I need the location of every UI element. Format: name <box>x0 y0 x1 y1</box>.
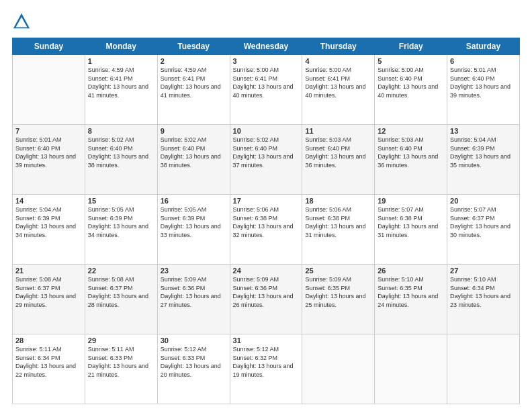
calendar-cell: 14Sunrise: 5:04 AMSunset: 6:39 PMDayligh… <box>13 195 85 265</box>
day-info: Sunrise: 5:10 AMSunset: 6:35 PMDaylight:… <box>378 275 444 309</box>
calendar-cell: 7Sunrise: 5:01 AMSunset: 6:40 PMDaylight… <box>13 125 85 195</box>
day-number: 9 <box>161 127 227 135</box>
day-number: 19 <box>378 197 444 205</box>
day-number: 29 <box>88 336 154 345</box>
day-number: 8 <box>88 127 154 135</box>
calendar-cell: 11Sunrise: 5:03 AMSunset: 6:40 PMDayligh… <box>302 125 375 195</box>
calendar-cell: 26Sunrise: 5:10 AMSunset: 6:35 PMDayligh… <box>375 265 447 334</box>
day-info: Sunrise: 5:04 AMSunset: 6:39 PMDaylight:… <box>450 136 517 169</box>
calendar-cell: 30Sunrise: 5:12 AMSunset: 6:33 PMDayligh… <box>157 334 230 404</box>
day-number: 18 <box>305 197 371 205</box>
calendar-cell: 12Sunrise: 5:03 AMSunset: 6:40 PMDayligh… <box>375 125 447 195</box>
calendar-table: SundayMondayTuesdayWednesdayThursdayFrid… <box>12 38 520 404</box>
calendar-cell: 8Sunrise: 5:02 AMSunset: 6:40 PMDaylight… <box>85 125 157 195</box>
day-number: 16 <box>161 197 227 205</box>
calendar-cell: 10Sunrise: 5:02 AMSunset: 6:40 PMDayligh… <box>230 125 302 195</box>
day-number: 25 <box>305 267 371 275</box>
day-info: Sunrise: 5:11 AMSunset: 6:34 PMDaylight:… <box>15 345 82 379</box>
calendar-cell: 5Sunrise: 5:00 AMSunset: 6:40 PMDaylight… <box>375 55 447 125</box>
day-number: 10 <box>233 127 300 135</box>
day-number: 17 <box>233 197 300 205</box>
calendar-cell <box>447 334 520 404</box>
calendar-cell <box>375 334 447 404</box>
page: SundayMondayTuesdayWednesdayThursdayFrid… <box>0 0 532 411</box>
day-info: Sunrise: 5:11 AMSunset: 6:33 PMDaylight:… <box>88 345 154 379</box>
day-number: 7 <box>15 127 82 135</box>
calendar-cell: 2Sunrise: 4:59 AMSunset: 6:41 PMDaylight… <box>157 55 230 125</box>
day-number: 2 <box>161 57 227 65</box>
calendar-cell: 20Sunrise: 5:07 AMSunset: 6:37 PMDayligh… <box>447 195 520 265</box>
day-number: 4 <box>305 57 371 65</box>
calendar-cell: 15Sunrise: 5:05 AMSunset: 6:39 PMDayligh… <box>85 195 157 265</box>
day-number: 1 <box>88 57 154 65</box>
calendar-header-sunday: Sunday <box>13 38 85 55</box>
calendar-cell: 3Sunrise: 5:00 AMSunset: 6:41 PMDaylight… <box>230 55 302 125</box>
calendar-cell: 29Sunrise: 5:11 AMSunset: 6:33 PMDayligh… <box>85 334 157 404</box>
day-info: Sunrise: 5:09 AMSunset: 6:36 PMDaylight:… <box>161 275 227 309</box>
day-info: Sunrise: 5:00 AMSunset: 6:41 PMDaylight:… <box>305 66 371 99</box>
calendar-cell: 17Sunrise: 5:06 AMSunset: 6:38 PMDayligh… <box>230 195 302 265</box>
calendar-cell: 22Sunrise: 5:08 AMSunset: 6:37 PMDayligh… <box>85 265 157 334</box>
day-number: 12 <box>378 127 444 135</box>
calendar-cell: 13Sunrise: 5:04 AMSunset: 6:39 PMDayligh… <box>447 125 520 195</box>
day-info: Sunrise: 5:07 AMSunset: 6:37 PMDaylight:… <box>450 205 517 239</box>
calendar-header-wednesday: Wednesday <box>230 38 302 55</box>
day-info: Sunrise: 4:59 AMSunset: 6:41 PMDaylight:… <box>161 66 227 99</box>
day-info: Sunrise: 5:09 AMSunset: 6:35 PMDaylight:… <box>305 275 371 309</box>
day-info: Sunrise: 5:12 AMSunset: 6:32 PMDaylight:… <box>233 345 300 379</box>
calendar-cell: 16Sunrise: 5:05 AMSunset: 6:39 PMDayligh… <box>157 195 230 265</box>
day-number: 14 <box>15 197 82 205</box>
calendar-week-row-3: 14Sunrise: 5:04 AMSunset: 6:39 PMDayligh… <box>13 195 520 265</box>
calendar-header-saturday: Saturday <box>447 38 520 55</box>
day-info: Sunrise: 5:03 AMSunset: 6:40 PMDaylight:… <box>378 136 444 169</box>
calendar-cell: 23Sunrise: 5:09 AMSunset: 6:36 PMDayligh… <box>157 265 230 334</box>
calendar-cell: 18Sunrise: 5:06 AMSunset: 6:38 PMDayligh… <box>302 195 375 265</box>
calendar-cell <box>302 334 375 404</box>
day-number: 26 <box>378 267 444 275</box>
calendar-week-row-2: 7Sunrise: 5:01 AMSunset: 6:40 PMDaylight… <box>13 125 520 195</box>
calendar-cell: 9Sunrise: 5:02 AMSunset: 6:40 PMDaylight… <box>157 125 230 195</box>
day-info: Sunrise: 5:02 AMSunset: 6:40 PMDaylight:… <box>88 136 154 169</box>
calendar-header-tuesday: Tuesday <box>157 38 230 55</box>
calendar-cell: 21Sunrise: 5:08 AMSunset: 6:37 PMDayligh… <box>13 265 85 334</box>
calendar-cell <box>13 55 85 125</box>
day-info: Sunrise: 5:06 AMSunset: 6:38 PMDaylight:… <box>305 205 371 239</box>
calendar-cell: 4Sunrise: 5:00 AMSunset: 6:41 PMDaylight… <box>302 55 375 125</box>
day-number: 6 <box>450 57 517 65</box>
day-number: 31 <box>233 336 300 345</box>
day-info: Sunrise: 5:10 AMSunset: 6:34 PMDaylight:… <box>450 275 517 309</box>
day-number: 5 <box>378 57 444 65</box>
calendar-week-row-1: 1Sunrise: 4:59 AMSunset: 6:41 PMDaylight… <box>13 55 520 125</box>
day-info: Sunrise: 5:08 AMSunset: 6:37 PMDaylight:… <box>15 275 82 309</box>
day-info: Sunrise: 5:09 AMSunset: 6:36 PMDaylight:… <box>233 275 300 309</box>
calendar-cell: 1Sunrise: 4:59 AMSunset: 6:41 PMDaylight… <box>85 55 157 125</box>
day-number: 23 <box>161 267 227 275</box>
day-info: Sunrise: 5:07 AMSunset: 6:38 PMDaylight:… <box>378 205 444 239</box>
calendar-header-thursday: Thursday <box>302 38 375 55</box>
calendar-cell: 28Sunrise: 5:11 AMSunset: 6:34 PMDayligh… <box>13 334 85 404</box>
day-number: 28 <box>15 336 82 345</box>
day-info: Sunrise: 5:06 AMSunset: 6:38 PMDaylight:… <box>233 205 300 239</box>
day-info: Sunrise: 5:02 AMSunset: 6:40 PMDaylight:… <box>161 136 227 169</box>
calendar-cell: 24Sunrise: 5:09 AMSunset: 6:36 PMDayligh… <box>230 265 302 334</box>
day-number: 15 <box>88 197 154 205</box>
day-number: 24 <box>233 267 300 275</box>
calendar-header-monday: Monday <box>85 38 157 55</box>
calendar-week-row-5: 28Sunrise: 5:11 AMSunset: 6:34 PMDayligh… <box>13 334 520 404</box>
day-info: Sunrise: 5:04 AMSunset: 6:39 PMDaylight:… <box>15 205 82 239</box>
day-info: Sunrise: 5:12 AMSunset: 6:33 PMDaylight:… <box>161 345 227 379</box>
header <box>12 12 520 31</box>
day-info: Sunrise: 5:05 AMSunset: 6:39 PMDaylight:… <box>88 205 154 239</box>
calendar-cell: 19Sunrise: 5:07 AMSunset: 6:38 PMDayligh… <box>375 195 447 265</box>
day-number: 13 <box>450 127 517 135</box>
calendar-week-row-4: 21Sunrise: 5:08 AMSunset: 6:37 PMDayligh… <box>13 265 520 334</box>
day-number: 22 <box>88 267 154 275</box>
logo <box>12 12 34 31</box>
day-info: Sunrise: 5:08 AMSunset: 6:37 PMDaylight:… <box>88 275 154 309</box>
day-number: 27 <box>450 267 517 275</box>
calendar-cell: 25Sunrise: 5:09 AMSunset: 6:35 PMDayligh… <box>302 265 375 334</box>
calendar-cell: 31Sunrise: 5:12 AMSunset: 6:32 PMDayligh… <box>230 334 302 404</box>
day-info: Sunrise: 5:02 AMSunset: 6:40 PMDaylight:… <box>233 136 300 169</box>
day-info: Sunrise: 5:00 AMSunset: 6:41 PMDaylight:… <box>233 66 300 99</box>
day-number: 3 <box>233 57 300 65</box>
